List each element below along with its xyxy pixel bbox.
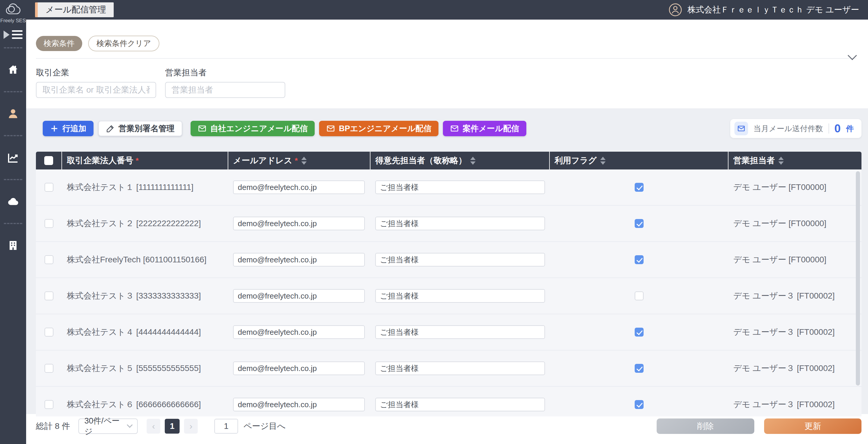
bp-engineer-mail-button[interactable]: BPエンジニアメール配信: [319, 121, 438, 136]
sidebar-item-users[interactable]: [6, 107, 20, 120]
row-select-checkbox[interactable]: [44, 400, 54, 409]
sales-rep-cell: デモ ユーザー [FT00000]: [728, 242, 862, 278]
search-condition-clear-button[interactable]: 検索条件クリア: [88, 36, 159, 51]
company-name-cell: 株式会社テスト１ [1111111111111]: [62, 169, 228, 205]
column-header[interactable]: 得意先担当者（敬称略）: [370, 152, 550, 169]
sort-carets-icon[interactable]: [470, 157, 475, 165]
logo-text: Freely SES: [0, 18, 26, 24]
sales-rep-search-input[interactable]: [165, 82, 285, 98]
usage-flag-checkbox[interactable]: [635, 291, 644, 300]
next-page-button[interactable]: ›: [184, 419, 198, 434]
usage-flag-checkbox[interactable]: [635, 219, 644, 228]
column-header-label: 得意先担当者（敬称略）: [375, 155, 467, 166]
usage-flag-checkbox[interactable]: [635, 364, 644, 373]
field-sales-rep-label: 営業担当者: [165, 67, 285, 78]
vertical-scrollbar[interactable]: [856, 171, 860, 385]
user-menu[interactable]: 株式会社ＦｒｅｅｌｙＴｅｃｈ デモ ユーザー: [669, 3, 859, 17]
sort-carets-icon[interactable]: [600, 157, 606, 165]
column-header[interactable]: 利用フラグ: [550, 152, 728, 169]
chevron-down-icon: [847, 51, 857, 60]
cloud-icon: [7, 196, 19, 208]
contact-input[interactable]: [375, 289, 545, 303]
email-input[interactable]: [233, 289, 365, 303]
email-input[interactable]: [233, 398, 365, 411]
email-input[interactable]: [233, 217, 365, 230]
sort-carets-icon[interactable]: [301, 157, 307, 165]
sidebar-divider: [4, 91, 22, 92]
row-select-checkbox[interactable]: [44, 219, 54, 228]
envelope-icon: [450, 124, 459, 133]
sidebar-toggle[interactable]: [4, 30, 23, 39]
goto-page-input[interactable]: [214, 419, 238, 434]
table-row: 株式会社テスト１ [1111111111111]デモ ユーザー [FT00000…: [36, 169, 862, 206]
case-mail-button[interactable]: 案件メール配信: [443, 121, 526, 136]
usage-flag-checkbox[interactable]: [635, 255, 644, 264]
add-row-button[interactable]: 行追加: [43, 121, 94, 136]
cloud-logo-icon: [4, 2, 22, 17]
company-name-cell: 株式会社FreelyTech [6011001150166]: [62, 242, 228, 278]
sidebar-item-cloud[interactable]: [6, 195, 20, 208]
mail-count-label: 当月メール送付件数: [753, 124, 823, 134]
column-header[interactable]: メールアドレス*: [228, 152, 370, 169]
mail-table: 取引企業法人番号*メールアドレス*得意先担当者（敬称略）利用フラグ営業担当者 株…: [36, 152, 862, 416]
row-select-checkbox[interactable]: [44, 291, 54, 300]
collapse-panel-button[interactable]: [849, 52, 856, 59]
sidebar-divider: [4, 223, 22, 224]
plus-icon: [50, 124, 59, 133]
sidebar-item-company[interactable]: [6, 239, 20, 252]
contact-input[interactable]: [375, 325, 545, 339]
table-body: 株式会社テスト１ [1111111111111]デモ ユーザー [FT00000…: [36, 169, 862, 416]
contact-input[interactable]: [375, 217, 545, 230]
required-asterisk: *: [136, 156, 138, 165]
usage-flag-checkbox[interactable]: [635, 400, 644, 409]
column-header-label: 取引企業法人番号: [67, 155, 133, 166]
toolbar: 行追加 営業別署名管理 自社エンジニアメール配信 BPエンジニアメール配信 案件…: [36, 119, 862, 138]
table-row: 株式会社FreelyTech [6011001150166]デモ ユーザー [F…: [36, 242, 862, 278]
mail-count-value: 0: [834, 122, 841, 135]
row-select-checkbox[interactable]: [44, 183, 54, 192]
content-band: 行追加 営業別署名管理 自社エンジニアメール配信 BPエンジニアメール配信 案件…: [26, 108, 868, 414]
sidebar-item-home[interactable]: [6, 63, 20, 76]
company-name-cell: 株式会社テスト６ [6666666666666]: [62, 387, 228, 416]
contact-input[interactable]: [375, 361, 545, 375]
email-input[interactable]: [233, 361, 365, 375]
contact-input[interactable]: [375, 253, 545, 266]
update-button[interactable]: 更新: [764, 418, 862, 434]
company-search-input[interactable]: [36, 82, 156, 98]
sales-rep-cell: デモ ユーザー [FT00000]: [728, 206, 862, 241]
table-row: 株式会社テスト６ [6666666666666]デモ ユーザー３ [FT0000…: [36, 387, 862, 416]
hamburger-icon: [12, 30, 23, 39]
prev-page-button[interactable]: ‹: [147, 419, 160, 434]
email-input[interactable]: [233, 325, 365, 339]
sales-rep-cell: デモ ユーザー３ [FT00002]: [728, 387, 862, 416]
sidebar-divider: [4, 179, 22, 180]
table-row: 株式会社テスト４ [4444444444444]デモ ユーザー３ [FT0000…: [36, 314, 862, 350]
company-name-cell: 株式会社テスト２ [2222222222222]: [62, 206, 228, 241]
user-name: 株式会社ＦｒｅｅｌｙＴｅｃｈ デモ ユーザー: [687, 4, 859, 15]
row-select-checkbox[interactable]: [44, 364, 54, 373]
sort-carets-icon[interactable]: [778, 157, 784, 165]
column-header[interactable]: 営業担当者: [728, 152, 862, 169]
monthly-mail-count-card: 当月メール送付件数 0 件: [730, 119, 862, 138]
delete-button[interactable]: 削除: [657, 418, 754, 434]
field-company: 取引企業: [36, 67, 156, 98]
select-all-checkbox[interactable]: [44, 156, 53, 165]
expand-arrow-icon: [4, 31, 9, 39]
email-input[interactable]: [233, 181, 365, 194]
row-select-checkbox[interactable]: [44, 255, 54, 264]
tab-mail-delivery-management[interactable]: メール配信管理: [35, 2, 114, 17]
sidebar-item-analytics[interactable]: [6, 151, 20, 164]
row-select-checkbox[interactable]: [44, 328, 54, 337]
usage-flag-checkbox[interactable]: [635, 183, 644, 192]
own-engineer-mail-button[interactable]: 自社エンジニアメール配信: [191, 121, 315, 136]
bottom-bar: 総計 8 件 30件/ページ ‹ 1 › ページ目へ 削除 更新: [26, 414, 868, 444]
usage-flag-checkbox[interactable]: [635, 328, 644, 337]
contact-input[interactable]: [375, 398, 545, 411]
contact-input[interactable]: [375, 181, 545, 194]
email-input[interactable]: [233, 253, 365, 266]
per-page-select[interactable]: 30件/ページ: [79, 418, 138, 434]
current-page-button[interactable]: 1: [165, 419, 180, 434]
chevron-down-icon: [127, 422, 133, 428]
signature-management-button[interactable]: 営業別署名管理: [98, 121, 182, 136]
column-header: 取引企業法人番号*: [62, 152, 228, 169]
